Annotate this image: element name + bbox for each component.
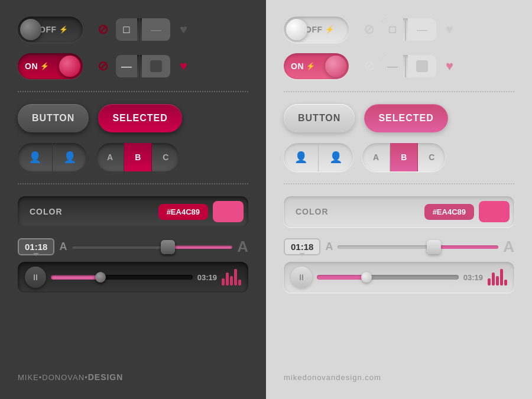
font-slider-thumb-dark[interactable] [161,240,175,254]
no-symbol-off-dark: ⊘ [92,19,113,40]
play-button-light[interactable]: ⏸ [291,267,312,288]
font-slider-row-light: 01:18 A A [284,238,514,256]
row-on-dark: ON ⚡ ⊘ — ♥ [18,53,248,79]
seg-users-light[interactable]: 👤 👤 [284,143,353,171]
check-box-on-light: — [382,55,403,77]
row-buttons-dark: BUTTON SELECTED [18,104,248,132]
divider-light-2 [284,183,514,184]
progress-track-dark[interactable] [51,275,193,280]
footer-dark: MIKE•DONOVAN•DESIGN [18,372,248,382]
color-hex-light[interactable]: #EA4C89 [424,204,474,220]
dark-panel: OFF ⚡ ⊘ □ — ♥ ON ⚡ ⊘ — [0,0,266,399]
toggle-knob-on-dark [59,56,80,77]
bar3-light [496,276,499,286]
seg-b-light[interactable]: B [390,143,418,171]
play-button-dark[interactable]: ⏸ [25,267,46,288]
color-swatch-dark[interactable] [213,201,244,222]
check-box-off-light: □ [382,18,403,41]
toggle-on-label-light: ON [291,61,304,71]
color-swatch-light[interactable] [479,201,510,222]
checkbox-toggle-on-dark[interactable]: — [116,55,170,77]
seg-a-dark[interactable]: A [96,143,124,171]
toggle-off-label-light: OFF [305,25,323,34]
toggle-on-label-dark: ON [25,61,38,71]
bolt-icon-off-light: ⚡ [325,25,335,34]
font-a-big-dark: A [237,238,248,256]
checkbox-toggle-off-light[interactable]: □ — [382,18,436,41]
seg-user2-light[interactable]: 👤 [319,143,353,171]
seg-user1-light[interactable]: 👤 [284,143,319,171]
row-buttons-light: BUTTON SELECTED [284,104,514,132]
row-segmented-light: 👤 👤 A B C [284,143,514,171]
font-slider-track-dark[interactable] [72,245,232,249]
bolt-icon-on-dark: ⚡ [40,62,50,70]
footer-donovan: DONOVAN [42,373,85,382]
seg-user2-dark[interactable]: 👤 [53,143,87,171]
volume-bars-light [488,269,507,286]
seg-b-dark[interactable]: B [124,143,152,171]
no-symbol-off-light: ⊘ [358,19,379,40]
color-row-dark: COLOR #EA4C89 [18,196,248,227]
toggle-knob-off-dark [20,19,41,40]
check-box-on-active-dark [142,55,170,77]
button-selected-light[interactable]: SELECTED [364,104,447,132]
heart-off-light[interactable]: ♥ [446,22,453,37]
seg-c-light[interactable]: C [418,143,445,171]
seg-users-dark[interactable]: 👤 👤 [18,143,87,171]
progress-track-light[interactable] [317,275,459,280]
check-box-on-dark: — [116,55,137,77]
divider-dark-1 [18,91,248,92]
time-tooltip-light: 01:18 [284,238,320,255]
check-box-dark: □ [116,18,137,41]
seg-a-light[interactable]: A [362,143,390,171]
font-slider-track-light[interactable] [338,245,498,249]
user1-icon-dark: 👤 [28,151,41,164]
user2-icon-dark: 👤 [63,151,76,164]
divider-light-1 [284,91,514,92]
bolt-icon-on-light: ⚡ [306,62,316,70]
bar4-light [500,269,503,286]
progress-thumb-light[interactable] [361,272,372,283]
heart-on-light[interactable]: ♥ [446,59,453,74]
toggle-on-light[interactable]: ON ⚡ [284,53,349,79]
font-a-small-light: A [325,241,333,253]
sliders-dark: 01:18 A A ⏸ 03:19 [18,238,248,293]
font-slider-thumb-light[interactable] [427,240,441,254]
volume-bars-dark [222,269,241,286]
row-off-dark: OFF ⚡ ⊘ □ — ♥ [18,17,248,43]
checkbox-toggle-off-dark[interactable]: □ — [116,18,170,41]
color-label-dark: COLOR [18,207,74,216]
bar4-dark [234,269,237,286]
progress-thumb-dark[interactable] [95,272,106,283]
checkbox-toggle-on-light[interactable]: — [382,55,436,77]
seg-user1-dark[interactable]: 👤 [18,143,53,171]
divider-dark-2 [18,183,248,184]
row-off-light: OFF ⚡ ⊘ □ — ♥ [284,17,514,43]
footer-light: mikedonovandesign.com [284,372,514,382]
no-symbol-on-light: ⊘ [358,56,379,77]
sliders-light: 01:18 A A ⏸ 03:19 [284,238,514,293]
heart-on-dark[interactable]: ♥ [180,59,187,74]
tooltip-box-light: 01:18 [284,238,320,255]
seg-abc-dark[interactable]: A B C [96,143,179,171]
player-time-light: 03:19 [463,273,483,282]
toggle-off-light[interactable]: OFF ⚡ [284,17,349,43]
button-normal-dark[interactable]: BUTTON [18,104,89,132]
toggle-on-dark[interactable]: ON ⚡ [18,53,83,79]
bar5-light [504,280,507,286]
bar2-dark [226,273,229,286]
row-segmented-dark: 👤 👤 A B C [18,143,248,171]
button-normal-light[interactable]: BUTTON [284,104,355,132]
color-label-light: COLOR [284,207,340,216]
button-selected-dark[interactable]: SELECTED [98,104,181,132]
color-hex-dark[interactable]: #EA4C89 [158,204,208,220]
font-a-small-dark: A [59,241,67,253]
toggle-knob-on-light [325,56,346,77]
seg-c-dark[interactable]: C [152,143,179,171]
media-player-light: ⏸ 03:19 [284,262,514,293]
footer-text-dark: MIKE•DONOVAN•DESIGN [18,373,123,382]
seg-abc-light[interactable]: A B C [362,143,445,171]
toggle-off-dark[interactable]: OFF ⚡ [18,17,83,43]
toggle-off-label-dark: OFF [39,25,57,34]
heart-off-dark[interactable]: ♥ [180,22,187,37]
